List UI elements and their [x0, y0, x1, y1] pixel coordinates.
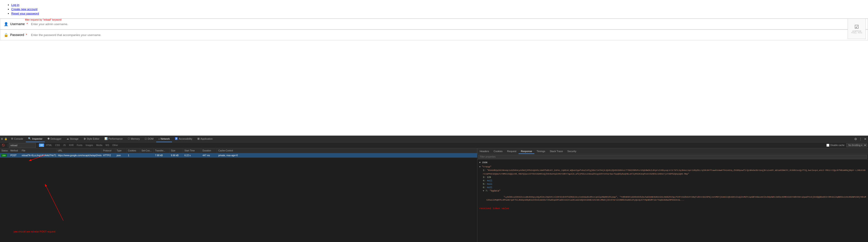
- login-link[interactable]: Log in: [11, 3, 19, 6]
- password-label: 🔒 Password *: [4, 33, 31, 37]
- top-content: Log in Create new account Reset your pas…: [0, 0, 868, 19]
- username-row: 👤 Username * filter request by "reload" …: [0, 19, 868, 29]
- password-row: 🔒 Password *: [0, 29, 868, 40]
- password-required-star: *: [26, 33, 27, 37]
- recaptcha-branding: reCAPTCHA: [852, 30, 861, 32]
- password-label-text: Password: [10, 33, 24, 37]
- login-link-item: Log in: [11, 3, 864, 6]
- form-area: 👤 Username * filter request by "reload" …: [0, 19, 868, 40]
- reset-password-link-item: Reset your password: [11, 12, 864, 15]
- reset-password-link[interactable]: Reset your password: [11, 12, 39, 15]
- username-label: 👤 Username *: [4, 22, 31, 26]
- user-icon: 👤: [4, 22, 8, 26]
- create-account-link-item: Create new account: [11, 7, 864, 11]
- lock-icon: 🔒: [4, 33, 8, 37]
- password-input[interactable]: [31, 33, 864, 37]
- nav-links-list: Log in Create new account Reset your pas…: [4, 3, 864, 15]
- username-input[interactable]: [31, 22, 864, 26]
- create-account-link[interactable]: Create new account: [11, 7, 37, 11]
- filter-annotation: filter request by "reload" keyword: [25, 18, 61, 21]
- username-label-text: Username: [10, 22, 25, 26]
- username-required-star: *: [27, 22, 28, 26]
- recaptcha-widget: ☑ reCAPTCHA Privacy - Terms: [848, 19, 866, 39]
- privacy-terms-text: Privacy - Terms: [851, 32, 862, 33]
- recaptcha-checkbox[interactable]: ☑: [855, 24, 859, 30]
